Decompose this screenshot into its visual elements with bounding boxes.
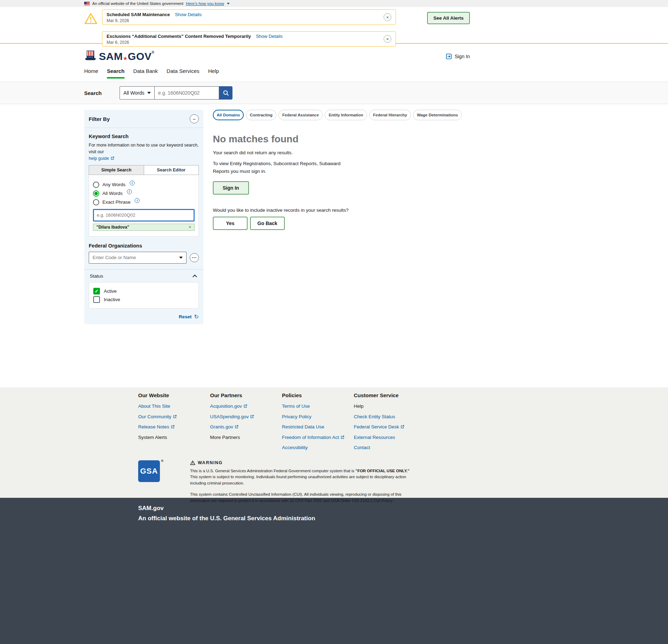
footer-link-label: External Resources <box>354 435 395 440</box>
sign-in-link[interactable]: Sign In <box>446 53 470 60</box>
footer-column-title: Customer Service <box>354 392 426 398</box>
top-hat-icon <box>84 49 97 63</box>
yes-button[interactable]: Yes <box>213 217 248 230</box>
nav-help[interactable]: Help <box>208 68 219 79</box>
info-icon[interactable]: i <box>135 198 140 203</box>
domain-pill-contracting[interactable]: Contracting <box>246 110 276 120</box>
footer-link-label: Federal Service Desk <box>354 424 399 429</box>
search-controls: All Words <box>120 86 232 100</box>
sign-in-note: To view Entity Registrations, Subcontrac… <box>213 160 356 175</box>
nav-home[interactable]: Home <box>84 68 98 79</box>
checkbox-active[interactable]: Active <box>93 288 194 294</box>
footer-link[interactable]: More Partners <box>210 435 282 440</box>
chip-remove-icon[interactable]: × <box>189 225 191 230</box>
footer-link[interactable]: Privacy Policy <box>282 414 354 419</box>
footer-link-label: Contact <box>354 445 370 450</box>
radio-exact-phrase[interactable]: Exact Phrase i <box>93 199 196 205</box>
alert-title: Exclusions “Additional Comments” Content… <box>107 34 251 39</box>
domain-pill-federal-assistance[interactable]: Federal Assistance <box>278 110 323 120</box>
alert-date: Mar 9, 2026 <box>107 18 202 23</box>
warning-paragraph-2: This system contains Controlled Unclassi… <box>190 492 417 504</box>
radio-circle[interactable] <box>93 182 99 188</box>
footer-link[interactable]: About This Site <box>138 404 210 409</box>
usa-official-banner: An official website of the United States… <box>0 0 668 7</box>
checkbox-icon[interactable] <box>93 288 100 294</box>
footer-link[interactable]: Accessibility <box>282 445 354 450</box>
footer-link[interactable]: External Resources <box>354 435 426 440</box>
nav-data-services[interactable]: Data Services <box>167 68 199 79</box>
footer-link[interactable]: Help <box>354 404 426 409</box>
footer-link[interactable]: Federal Service Desk <box>354 424 426 429</box>
search-button[interactable] <box>219 86 232 100</box>
domain-pill-federal-hierarchy[interactable]: Federal Hierarchy <box>369 110 411 120</box>
footer-link[interactable]: Freedom of Information Act <box>282 435 354 440</box>
nav-search[interactable]: Search <box>107 68 124 79</box>
logo-gov: GOV <box>128 50 151 62</box>
footer-link[interactable]: Release Notes <box>138 424 210 429</box>
gsa-logo-text: GSA <box>140 467 158 476</box>
see-all-alerts-button[interactable]: See All Alerts <box>427 12 470 24</box>
tab-search-editor[interactable]: Search Editor <box>144 165 199 175</box>
status-title: Status <box>90 273 103 279</box>
footer-link[interactable]: Terms of Use <box>282 404 354 409</box>
alert-show-details-link[interactable]: Show Details <box>175 12 202 17</box>
footer-link[interactable]: System Alerts <box>138 435 210 440</box>
info-icon[interactable]: i <box>130 181 135 185</box>
close-icon[interactable]: × <box>384 35 391 43</box>
alert-show-details-link[interactable]: Show Details <box>256 34 283 39</box>
nav-data-bank[interactable]: Data Bank <box>133 68 158 79</box>
tab-simple-search[interactable]: Simple Search <box>89 165 144 175</box>
footer-link-label: Our Community <box>138 414 171 419</box>
footer-link-label: Restricted Data Use <box>282 424 324 429</box>
footer-link-label: Check Entity Status <box>354 414 395 419</box>
warning-heading: WARNING <box>198 460 223 465</box>
go-back-button[interactable]: Go Back <box>250 217 285 230</box>
keyword-search-tabs: Simple Search Search Editor <box>89 165 199 175</box>
radio-circle[interactable] <box>93 199 99 205</box>
radio-all-words[interactable]: All Words i <box>93 190 196 197</box>
footer-link[interactable]: USASpending.gov <box>210 414 282 419</box>
footer-link-label: Release Notes <box>138 424 169 429</box>
footer-link[interactable]: Acquisition.gov <box>210 404 282 409</box>
status-section-toggle[interactable]: Status <box>89 273 199 279</box>
sign-in-button[interactable]: Sign In <box>213 181 249 195</box>
alert-title: Scheduled SAM Maintenance <box>107 12 170 17</box>
keyword-chip: "Dilara Ibadova" × <box>93 224 195 231</box>
sam-gov-logo[interactable]: SAM★GOV® <box>84 49 154 63</box>
radio-any-words[interactable]: Any Words i <box>93 182 196 188</box>
site-footer-dark: SAM.gov An official website of the U.S. … <box>0 498 668 644</box>
footer-link[interactable]: Contact <box>354 445 426 450</box>
checkbox-inactive[interactable]: Inactive <box>93 296 194 303</box>
chevron-down-icon <box>227 3 230 5</box>
global-search-input[interactable] <box>155 86 219 100</box>
footer-link[interactable]: Grants.gov <box>210 424 282 429</box>
close-icon[interactable]: × <box>384 13 391 21</box>
page: An official website of the United States… <box>0 0 668 644</box>
more-options-button[interactable]: ... <box>190 253 199 262</box>
footer-link[interactable]: Check Entity Status <box>354 414 426 419</box>
radio-circle[interactable] <box>93 190 99 197</box>
keyword-search-input[interactable] <box>93 209 195 222</box>
help-guide-link[interactable]: help guide <box>89 156 114 161</box>
warning-block: WARNING This is a U.S. General Services … <box>190 460 417 504</box>
footer-link[interactable]: Our Community <box>138 414 210 419</box>
footer-column-our-website: Our Website About This Site Our Communit… <box>138 392 210 455</box>
footer-link[interactable]: Restricted Data Use <box>282 424 354 429</box>
warning-paragraph-1: This is a U.S. General Services Administ… <box>190 468 417 487</box>
collapse-panel-button[interactable]: − <box>190 114 199 123</box>
federal-organizations-select[interactable]: Enter Code or Name <box>89 252 187 264</box>
info-icon[interactable]: i <box>127 189 132 194</box>
checkbox-label: Active <box>104 289 117 294</box>
footer-link-label: Privacy Policy <box>282 414 311 419</box>
checkbox-icon[interactable] <box>93 296 100 303</box>
banner-how-you-know-link[interactable]: Here’s how you know <box>186 1 224 6</box>
footer-link-label: About This Site <box>138 404 170 409</box>
domain-pill-entity-information[interactable]: Entity Information <box>325 110 367 120</box>
reset-icon[interactable]: ↻ <box>194 314 199 320</box>
footer-link-label: Help <box>354 404 364 409</box>
domain-pill-wage-determinations[interactable]: Wage Determinations <box>413 110 462 120</box>
domain-pill-all-domains[interactable]: All Domains <box>213 110 244 120</box>
search-mode-select[interactable]: All Words <box>120 86 155 100</box>
reset-filters-link[interactable]: Reset <box>179 314 192 319</box>
logo-sam: SAM <box>99 50 123 62</box>
